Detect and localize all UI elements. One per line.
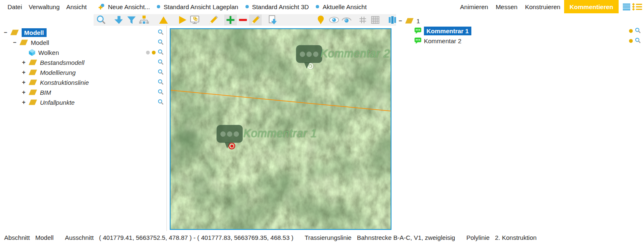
menu-aktuelle-ansicht[interactable]: Aktuelle Ansicht [312,0,370,13]
collapse-toggle[interactable]: − [397,17,403,24]
search-button[interactable] [95,15,107,25]
status-bar: Abschnitt Modell Ausschnitt ( 401779.41,… [0,231,644,244]
filter-button[interactable] [125,15,138,25]
tree-item-bestandsmodell[interactable]: + Bestandsmodell [0,57,166,67]
add-button[interactable] [224,15,237,25]
view-dot-icon [156,5,161,9]
zoom-to-icon[interactable] [158,29,163,36]
expand-toggle[interactable]: + [21,99,27,106]
status-polylinie: Polylinie 2. Konstruktion [466,234,537,241]
zoom-to-icon[interactable] [158,99,163,106]
remove-button[interactable] [237,15,249,25]
tree-item-modellierung[interactable]: + Modellierung [0,67,166,77]
mode-animieren[interactable]: Animieren [456,0,492,13]
zoom-to-icon[interactable] [158,49,163,56]
minus-icon [238,15,248,25]
tree-item-unfallpunkte[interactable]: + Unfallpunkte [0,97,166,107]
zoom-to-icon[interactable] [158,89,163,96]
comment-icon [414,27,421,34]
expand-toggle[interactable]: + [21,69,27,76]
tree-item-bim[interactable]: + BIM [0,87,166,97]
point-cloud-cube-icon [28,49,36,56]
expand-toggle[interactable]: + [21,59,27,66]
tree-item-modell-sub[interactable]: − Modell [0,37,166,47]
folder-icon [19,39,28,46]
mode-kommentieren[interactable]: Kommentieren [564,0,619,13]
mode-konstruieren[interactable]: Konstruieren [521,0,564,13]
eye-icon [329,15,339,25]
page-download-icon [267,15,278,25]
menu-standard-ansicht-lageplan[interactable]: Standard Ansicht Lageplan [153,0,241,13]
grid-large-button[interactable] [369,15,381,25]
screen-select-button[interactable] [188,15,201,25]
zoom-to-icon[interactable] [158,79,163,86]
folder-icon [28,89,37,96]
folder-icon [405,17,414,24]
comment-1-bubble[interactable] [216,125,243,150]
folder-icon [28,69,37,76]
pin-button[interactable] [315,15,327,25]
collapse-toggle[interactable]: − [12,39,17,46]
comment-item-2[interactable]: Kommentar 2 [396,36,644,46]
arrow-down-button[interactable] [113,15,125,25]
tree-item-modell-root[interactable]: − Modell [0,27,166,37]
grid-small-button[interactable] [357,15,369,25]
comment-group-root[interactable]: − 1 [396,16,644,26]
filter-icon [126,15,137,25]
status-dot-yellow[interactable] [152,51,156,54]
mode-group: Animieren Messen Konstruieren Kommentier… [456,0,644,13]
play-icon [177,15,188,25]
folder-icon [28,79,37,86]
status-trassierungslinie: Trassierungslinie Bahnstrecke B-A-C, V1,… [305,234,455,241]
eye-lash-icon [341,15,352,25]
hierarchy-button[interactable] [138,15,150,25]
viewport-3d[interactable]: Kommentar 2 Kommentrar 1 [170,28,391,230]
expand-toggle[interactable]: + [21,79,27,86]
grid-hash-icon [357,15,368,25]
arrow-down-icon [114,15,124,25]
eye-preview-button[interactable] [340,15,353,25]
status-abschnitt: Abschnitt Modell [4,234,54,241]
play-button[interactable] [176,15,188,25]
triangle-up-button[interactable] [157,15,170,25]
status-dot-yellow[interactable] [629,29,633,33]
menu-lines-icon[interactable] [621,0,632,13]
edit-active-button[interactable] [249,15,262,25]
zoom-to-icon[interactable] [635,27,641,35]
pencil-icon [208,15,219,25]
eye-button[interactable] [328,15,340,25]
zoom-to-icon[interactable] [635,37,641,44]
status-dot-gray[interactable] [146,51,150,54]
menu-verwaltung[interactable]: Verwaltung [25,0,63,13]
status-dot-yellow[interactable] [629,39,633,43]
view-dot-icon [245,5,249,9]
new-view-icon [98,3,105,10]
tree-item-wolken[interactable]: Wolken [0,47,166,57]
collapse-toggle[interactable]: − [2,29,8,36]
comment-2-label: Kommentar 2 [320,47,390,60]
folder-icon [10,29,19,36]
mode-messen[interactable]: Messen [492,0,521,13]
menu-standard-ansicht-3d[interactable]: Standard Ansicht 3D [242,0,312,13]
zoom-to-icon[interactable] [158,69,163,76]
zoom-to-icon[interactable] [158,59,163,66]
import-button[interactable] [266,15,279,25]
comment-2-bubble[interactable] [296,45,322,71]
comment-item-1[interactable]: Kommentrar 1 [396,26,644,36]
menu-datei[interactable]: Datei [4,0,25,13]
search-icon [96,15,107,25]
list-add-icon[interactable] [632,0,643,13]
view-dot-icon [315,5,320,9]
folder-icon [28,99,37,106]
status-ausschnitt: Ausschnitt ( 401779.41, 5663752.5, 478.8… [65,234,293,241]
triangle-up-icon [158,15,169,25]
zoom-to-icon[interactable] [158,39,163,46]
model-tree-panel: − Modell − Modell Wolken + Bestandsmodel… [0,27,166,107]
tree-item-konstruktionslinie[interactable]: + Konstruktionslinie [0,77,166,87]
pin-icon [315,15,326,25]
expand-toggle[interactable]: + [21,89,27,96]
menu-ansicht[interactable]: Ansicht [63,0,90,13]
menu-neue-ansicht[interactable]: Neue Ansicht... [95,0,153,13]
edit-button[interactable] [207,15,220,25]
folder-icon [28,59,37,66]
